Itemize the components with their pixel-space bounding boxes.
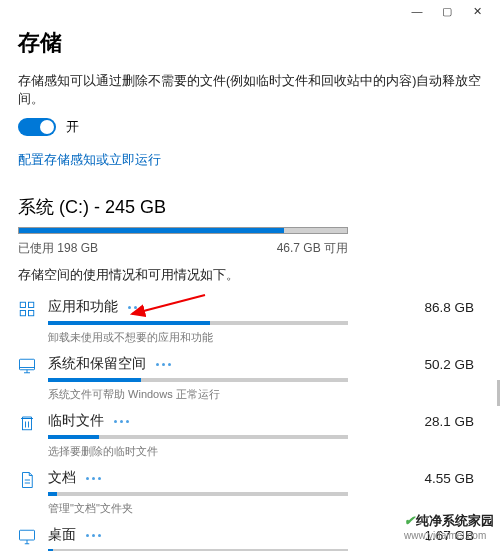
system-icon: [18, 355, 36, 402]
category-row-temp[interactable]: 临时文件28.1 GB选择要删除的临时文件: [18, 412, 482, 459]
maximize-button[interactable]: ▢: [432, 0, 462, 22]
page-title: 存储: [18, 28, 482, 58]
loading-dots-icon: [86, 534, 101, 537]
category-subtext: 系统文件可帮助 Windows 正常运行: [48, 387, 482, 402]
apps-icon: [18, 298, 36, 345]
storage-sense-description: 存储感知可以通过删除不需要的文件(例如临时文件和回收站中的内容)自动释放空间。: [18, 72, 482, 108]
category-name: 系统和保留空间: [48, 355, 146, 373]
close-button[interactable]: ✕: [462, 0, 492, 22]
category-name: 应用和功能: [48, 298, 118, 316]
category-bar: [48, 435, 348, 439]
loading-dots-icon: [114, 420, 129, 423]
category-row-docs[interactable]: 文档4.55 GB管理"文档"文件夹: [18, 469, 482, 516]
loading-dots-icon: [86, 477, 101, 480]
category-row-apps[interactable]: 应用和功能86.8 GB卸载未使用或不想要的应用和功能: [18, 298, 482, 345]
storage-sense-toggle[interactable]: [18, 118, 56, 136]
minimize-button[interactable]: —: [402, 0, 432, 22]
category-bar: [48, 492, 348, 496]
category-name: 文档: [48, 469, 76, 487]
svg-rect-4: [20, 360, 35, 371]
drive-used-label: 已使用 198 GB: [18, 240, 98, 257]
svg-rect-2: [20, 311, 25, 316]
svg-rect-1: [29, 303, 34, 308]
document-icon: [18, 469, 36, 516]
category-name: 临时文件: [48, 412, 104, 430]
category-bar: [48, 378, 348, 382]
desktop-icon: [18, 526, 36, 551]
trash-icon: [18, 412, 36, 459]
drive-title: 系统 (C:) - 245 GB: [18, 195, 482, 219]
category-row-system[interactable]: 系统和保留空间50.2 GB系统文件可帮助 Windows 正常运行: [18, 355, 482, 402]
loading-dots-icon: [156, 363, 171, 366]
drive-usage-bar: [18, 227, 348, 234]
drive-usage-fill: [19, 228, 284, 233]
toggle-state-label: 开: [66, 118, 79, 136]
svg-rect-0: [20, 303, 25, 308]
watermark-brand: 纯净系统家园: [416, 513, 494, 528]
category-size: 86.8 GB: [424, 300, 482, 315]
drive-free-label: 46.7 GB 可用: [277, 240, 348, 257]
svg-rect-3: [29, 311, 34, 316]
svg-rect-13: [20, 531, 35, 541]
category-bar: [48, 321, 348, 325]
category-size: 28.1 GB: [424, 414, 482, 429]
loading-dots-icon: [128, 306, 143, 309]
category-name: 桌面: [48, 526, 76, 544]
breakdown-description: 存储空间的使用情况和可用情况如下。: [18, 267, 482, 284]
category-subtext: 卸载未使用或不想要的应用和功能: [48, 330, 482, 345]
configure-storage-sense-link[interactable]: 配置存储感知或立即运行: [18, 151, 161, 169]
category-size: 50.2 GB: [424, 357, 482, 372]
watermark-url: www.yidaimei.com: [404, 530, 494, 541]
category-subtext: 选择要删除的临时文件: [48, 444, 482, 459]
svg-rect-8: [23, 419, 32, 430]
window-titlebar: — ▢ ✕: [0, 0, 500, 22]
category-size: 4.55 GB: [424, 471, 482, 486]
watermark: ✔纯净系统家园 www.yidaimei.com: [404, 512, 494, 541]
